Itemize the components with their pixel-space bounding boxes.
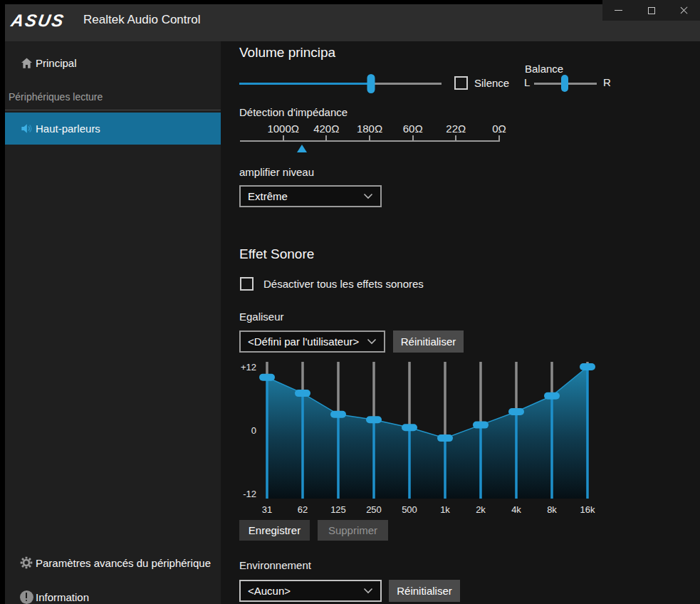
impedance-tick xyxy=(498,135,500,142)
environment-dropdown-value: <Aucun> xyxy=(248,585,291,597)
window-controls xyxy=(602,0,700,21)
eq-xtick-label: 8k xyxy=(547,504,557,515)
sidebar-section-label: Périphériques lecture xyxy=(9,91,103,103)
minimize-icon xyxy=(615,10,622,11)
minimize-button[interactable] xyxy=(602,0,635,21)
balance-thumb[interactable] xyxy=(561,75,568,92)
app-title: Realtek Audio Control xyxy=(83,13,200,27)
gear-icon xyxy=(19,556,33,570)
impedance-tick xyxy=(455,135,456,142)
asus-logo: ASUS xyxy=(10,11,67,31)
disable-effects-label: Désactiver tous les effets sonores xyxy=(263,278,424,290)
sidebar-item-principal[interactable]: Principal xyxy=(0,48,221,77)
environment-reset-button[interactable]: Réinitialiser xyxy=(389,580,460,602)
environment-dropdown[interactable]: <Aucun> xyxy=(239,580,382,602)
amplifier-dropdown-value: Extrême xyxy=(248,190,288,202)
impedance-scale-label: 1000Ω xyxy=(267,123,299,135)
eq-band-thumb[interactable] xyxy=(508,408,524,415)
balance-slider[interactable] xyxy=(534,74,597,93)
amplifier-dropdown[interactable]: Extrême xyxy=(239,185,382,207)
equalizer-preset-value: <Défini par l'utilisateur> xyxy=(248,335,359,348)
eq-xtick-label: 2k xyxy=(476,504,486,515)
impedance-scale-label: 22Ω xyxy=(446,123,466,135)
balance-right-label: R xyxy=(603,76,611,88)
close-icon xyxy=(679,6,689,15)
close-button[interactable] xyxy=(667,0,700,21)
sidebar-item-label: Paramètres avancés du périphérique xyxy=(36,557,211,569)
eq-band-thumb[interactable] xyxy=(544,392,560,400)
disable-effects-checkbox[interactable] xyxy=(240,277,254,291)
equalizer-label: Egaliseur xyxy=(239,311,284,323)
impedance-tick xyxy=(412,135,414,142)
impedance-tick xyxy=(369,135,370,142)
sidebar-divider xyxy=(0,110,221,110)
app-window: ASUS Realtek Audio Control Principal Pér… xyxy=(0,0,700,604)
equalizer-preset-dropdown[interactable]: <Défini par l'utilisateur> xyxy=(239,330,385,353)
equalizer-svg: +120-1231621252505001k2k4k8k16k xyxy=(239,359,612,519)
impedance-scale-label: 0Ω xyxy=(492,123,506,135)
impedance-marker-icon xyxy=(297,145,307,152)
volume-slider[interactable] xyxy=(239,73,442,93)
sidebar: Principal Périphériques lecture Haut-par… xyxy=(0,41,221,604)
speaker-icon xyxy=(19,122,33,136)
equalizer-reset-button[interactable]: Réinitialiser xyxy=(393,330,464,353)
main-content: Volume principa Silence Balance L R Déte… xyxy=(221,41,700,604)
impedance-scale-label: 420Ω xyxy=(313,123,339,135)
impedance-tick xyxy=(325,135,327,142)
amplifier-label: amplifier niveau xyxy=(239,166,314,178)
balance-label: Balance xyxy=(525,63,563,75)
eq-band-thumb[interactable] xyxy=(437,434,453,442)
eq-band-thumb[interactable] xyxy=(295,390,310,397)
silence-checkbox[interactable] xyxy=(454,76,468,90)
sidebar-item-label: Principal xyxy=(36,57,77,69)
equalizer-chart: +120-1231621252505001k2k4k8k16k xyxy=(239,359,612,519)
maximize-icon xyxy=(648,7,655,14)
sidebar-item-label: Haut-parleurs xyxy=(36,123,100,135)
eq-xtick-label: 500 xyxy=(402,504,417,515)
eq-ytick-label: -12 xyxy=(243,489,256,499)
save-button[interactable]: Enregistrer xyxy=(239,520,310,541)
environment-label: Environnement xyxy=(239,559,311,571)
eq-xtick-label: 250 xyxy=(366,504,382,515)
delete-button[interactable]: Supprimer xyxy=(318,520,388,541)
window-edge-left xyxy=(0,0,5,604)
title-bar: ASUS Realtek Audio Control xyxy=(0,0,700,41)
chevron-down-icon xyxy=(363,588,373,594)
sidebar-item-speakers[interactable]: Haut-parleurs xyxy=(0,113,221,145)
eq-band-thumb[interactable] xyxy=(473,422,489,429)
eq-xtick-label: 62 xyxy=(298,504,308,515)
eq-band-thumb[interactable] xyxy=(580,363,595,370)
eq-xtick-label: 31 xyxy=(262,504,272,515)
sidebar-item-advanced-settings[interactable]: Paramètres avancés du périphérique xyxy=(0,548,221,577)
eq-xtick-label: 125 xyxy=(330,504,346,515)
eq-xtick-label: 16k xyxy=(580,504,595,515)
eq-ytick-label: 0 xyxy=(251,425,256,436)
home-icon xyxy=(19,56,33,70)
chevron-down-icon xyxy=(367,338,377,345)
info-icon xyxy=(19,590,33,604)
silence-label: Silence xyxy=(474,77,509,89)
sidebar-item-label: Information xyxy=(36,591,89,603)
eq-band-thumb[interactable] xyxy=(366,416,382,423)
impedance-scale-line xyxy=(240,140,499,142)
eq-ytick-label: +12 xyxy=(241,362,256,373)
window-edge-top xyxy=(0,0,700,4)
sidebar-item-information[interactable]: Information xyxy=(0,583,221,604)
balance-left-label: L xyxy=(524,76,530,88)
eq-xtick-label: 4k xyxy=(511,504,521,515)
volume-slider-fill xyxy=(239,83,371,85)
maximize-button[interactable] xyxy=(635,0,668,21)
impedance-tick xyxy=(283,135,284,142)
impedance-scale-labels: 1000Ω420Ω180Ω60Ω22Ω0Ω xyxy=(240,123,499,137)
impedance-label: Détection d'impédance xyxy=(239,106,348,118)
eq-band-thumb[interactable] xyxy=(330,411,346,418)
effects-section-title: Effet Sonore xyxy=(239,246,314,262)
eq-band-thumb[interactable] xyxy=(259,374,275,381)
impedance-scale-label: 180Ω xyxy=(357,123,382,135)
volume-slider-thumb[interactable] xyxy=(367,74,375,93)
impedance-scale: 1000Ω420Ω180Ω60Ω22Ω0Ω xyxy=(240,123,499,158)
impedance-scale-label: 60Ω xyxy=(403,123,423,135)
chevron-down-icon xyxy=(363,193,373,199)
volume-section-title: Volume principa xyxy=(239,45,335,61)
eq-band-thumb[interactable] xyxy=(402,424,417,431)
